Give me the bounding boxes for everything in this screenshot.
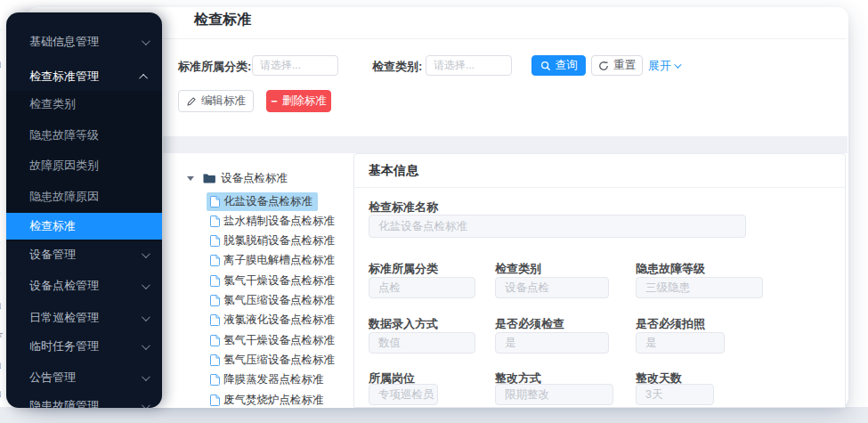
chevron-icon [142, 401, 150, 408]
field-value-input: 三级隐患 [636, 277, 763, 298]
tree-item[interactable]: 氢气干燥设备点检标准 [207, 330, 340, 350]
search-button[interactable]: 查询 [531, 55, 586, 76]
sidebar-item-label: 基础信息管理 [29, 34, 142, 50]
sidebar-item-top[interactable]: 公告管理 [6, 364, 162, 391]
refresh-icon [598, 61, 609, 71]
tree-item[interactable]: 氯气干燥设备点检标准 [207, 271, 340, 290]
sidebar-item-top[interactable]: 检查标准管理 [6, 63, 162, 90]
expand-link-label: 展开 [648, 58, 671, 74]
menu-glyph-icon: ○ [0, 237, 5, 248]
sidebar-item-top[interactable]: 隐患故障管理 [6, 393, 162, 408]
sidebar-item-label: 设备管理 [29, 247, 142, 263]
standard-name-label: 检查标准名称 [369, 199, 438, 216]
tree-item-label: 化盐设备点检标准 [223, 194, 312, 209]
edit-standard-button[interactable]: 编辑标准 [178, 90, 254, 112]
header-divider [163, 38, 847, 39]
chevron-icon [142, 249, 150, 258]
menu-glyph-icon: ○ [0, 24, 5, 35]
tree-item[interactable]: 脱氯脱硝设备点检标准 [207, 232, 340, 251]
sidebar-item-sub[interactable]: 隐患故障原因 [6, 183, 162, 210]
sidebar-item-label: 检查类别 [29, 96, 148, 112]
chevron-icon [142, 372, 150, 381]
filter-type-select[interactable]: 请选择... [426, 55, 512, 76]
filter-category-label: 标准所属分类: [178, 59, 251, 75]
detail-card-title: 基本信息 [354, 154, 845, 188]
edit-pencil-icon [186, 96, 197, 107]
sidebar-item-label: 故障原因类别 [29, 158, 148, 174]
tree-item[interactable]: 氢气压缩设备点检标准 [207, 350, 340, 370]
field-value-input: 设备点检 [495, 277, 609, 298]
caret-down-icon[interactable] [187, 176, 194, 181]
sidebar-item-top[interactable]: 日常巡检管理 [6, 305, 162, 331]
document-icon [210, 196, 220, 207]
sidebar-item-label: 临时任务管理 [29, 338, 142, 354]
tree-item-label: 氢气干燥设备点检标准 [223, 333, 335, 348]
tree-item[interactable]: 降膜蒸发器点检标准 [207, 370, 329, 390]
sidebar-item-sub[interactable]: 检查标准 [6, 213, 162, 240]
tree-item[interactable]: 化盐设备点检标准 [207, 191, 318, 211]
tree-item[interactable]: 氯气压缩设备点检标准 [207, 291, 340, 311]
tree-item[interactable]: 液氯液化设备点检标准 [207, 311, 340, 330]
menu-glyph-icon: ☆ [0, 329, 5, 339]
sidebar-item-top[interactable]: 基础信息管理 [6, 28, 162, 55]
tree-item[interactable]: 离子膜电解槽点检标准 [207, 251, 340, 271]
app-window: ○□○○□☆□□ 基础信息管理 检查标准管理 检查类别 隐患故障等级 故障原因类… [0, 0, 868, 423]
document-icon [210, 216, 220, 227]
filter-type-label: 检查类别: [372, 59, 422, 75]
chevron-icon [142, 37, 150, 45]
document-icon [210, 275, 220, 287]
tree-item-label: 氢气压缩设备点检标准 [223, 353, 335, 368]
sidebar-item-top[interactable]: 设备点检管理 [6, 273, 162, 299]
search-button-label: 查询 [556, 58, 578, 73]
sidebar-item-label: 日常巡检管理 [29, 310, 142, 326]
field-label: 标准所属分类 [369, 261, 438, 277]
tree-item-label: 离子膜电解槽点检标准 [223, 253, 335, 268]
sidebar-item-top[interactable]: 临时任务管理 [6, 333, 162, 360]
menu-glyph-icon: □ [0, 59, 5, 69]
sidebar-item-label: 检查标准管理 [29, 69, 142, 85]
standard-name-input: 化盐设备点检标准 [369, 215, 746, 238]
minus-icon: − [271, 95, 277, 108]
sidebar-item-sub[interactable]: 隐患故障等级 [6, 122, 162, 149]
tree-item-label: 废气焚烧炉点检标准 [223, 393, 324, 408]
field-label: 是否必须拍照 [636, 316, 705, 332]
sidebar-item-sub[interactable]: 故障原因类别 [6, 152, 162, 179]
page-background [0, 407, 868, 423]
document-icon [210, 354, 220, 366]
tree-item-label: 脱氯脱硝设备点检标准 [223, 233, 335, 248]
tree-item[interactable]: 废气焚烧炉点检标准 [207, 390, 329, 408]
document-icon [210, 255, 220, 266]
document-icon [210, 314, 220, 326]
delete-standard-button[interactable]: − 删除标准 [266, 90, 331, 112]
menu-glyph-icon: ○ [0, 268, 5, 279]
sidebar-item-label: 检查标准 [29, 218, 148, 234]
filter-category-select[interactable]: 请选择... [252, 55, 338, 76]
chevron-icon [142, 313, 150, 321]
document-icon [210, 395, 220, 406]
tree-item[interactable]: 盐水精制设备点检标准 [207, 211, 340, 231]
delete-standard-label: 删除标准 [282, 94, 327, 109]
sidebar-item-sub[interactable]: 检查类别 [6, 91, 162, 118]
tree-item-label: 氯气压缩设备点检标准 [223, 293, 335, 308]
section-separator [163, 136, 848, 153]
tree-root-node[interactable]: 设备点检标准 [187, 168, 288, 188]
tree-item-label: 降膜蒸发器点检标准 [223, 372, 324, 387]
sidebar-item-top[interactable]: 设备管理 [6, 241, 162, 268]
sidebar-item-label: 设备点检管理 [29, 278, 142, 294]
tree-root-label: 设备点检标准 [221, 171, 288, 186]
reset-button-label: 重置 [613, 58, 636, 73]
document-icon [210, 235, 220, 247]
field-value-input: 专项巡检员 [369, 384, 438, 405]
field-value-input: 限期整改 [495, 384, 613, 405]
field-value-input: 是 [636, 332, 725, 354]
tree-item-label: 盐水精制设备点检标准 [223, 214, 335, 229]
page-title: 检查标准 [194, 11, 251, 29]
field-label: 检查类别 [495, 261, 541, 277]
tree-item-label: 氯气干燥设备点检标准 [223, 273, 335, 289]
reset-button[interactable]: 重置 [591, 55, 643, 76]
expand-link[interactable]: 展开 [648, 58, 679, 74]
standards-tree: 设备点检标准 化盐设备点检标准 盐水精制设备点检标准 脱氯脱硝设备点检标准 [163, 153, 350, 408]
sidebar-item-label: 隐患故障管理 [29, 398, 142, 408]
sidebar-item-label: 隐患故障原因 [29, 189, 148, 205]
menu-glyph-icon: □ [0, 388, 5, 399]
